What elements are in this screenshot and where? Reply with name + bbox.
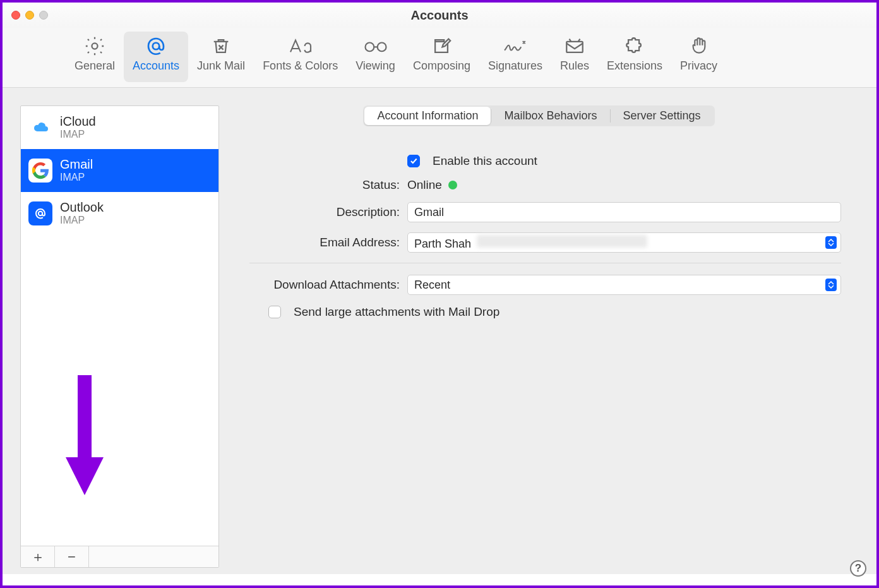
download-attachments-label: Download Attachments: [249,278,407,292]
hand-icon [689,34,709,58]
segment-mailbox-behaviors[interactable]: Mailbox Behaviors [491,107,609,125]
sidebar-footer: ＋ − [21,546,218,567]
title-bar: Accounts [3,3,876,28]
trash-icon [210,34,232,58]
tab-fonts-colors[interactable]: Fonts & Colors [254,32,347,82]
at-sign-icon [145,34,167,58]
account-name: Gmail [60,157,93,172]
main-content: iCloud IMAP Gmail IMAP Outlook [3,88,876,574]
window-title: Accounts [3,8,876,23]
account-protocol: IMAP [60,129,96,140]
status-online-indicator-icon [448,181,457,189]
fonts-icon [288,34,313,58]
download-attachments-dropdown[interactable]: Recent [407,275,841,295]
updown-chevron-icon [825,279,837,291]
account-item-icloud[interactable]: iCloud IMAP [21,106,218,149]
puzzle-icon [624,34,645,58]
account-item-outlook[interactable]: Outlook IMAP [21,192,218,235]
svg-point-2 [365,43,374,52]
updown-chevron-icon [825,236,837,249]
enable-account-checkbox[interactable] [407,155,420,167]
tab-signatures[interactable]: Signatures [479,32,551,82]
svg-rect-4 [566,42,583,52]
account-name: iCloud [60,114,96,129]
compose-icon [431,34,452,58]
tab-privacy[interactable]: Privacy [671,32,726,82]
svg-point-3 [377,43,386,52]
tab-viewing[interactable]: Viewing [347,32,404,82]
status-label: Status: [249,178,407,192]
account-protocol: IMAP [60,215,104,226]
account-detail-pane: Account Information Mailbox Behaviors Se… [219,105,859,568]
svg-point-1 [153,43,160,50]
remove-account-button[interactable]: − [55,546,89,567]
tab-general[interactable]: General [66,32,124,82]
account-item-gmail[interactable]: Gmail IMAP [21,149,218,192]
tab-extensions[interactable]: Extensions [598,32,671,82]
mail-drop-label: Send large attachments with Mail Drop [294,305,499,319]
glasses-icon [362,34,390,58]
svg-point-0 [92,43,97,49]
email-address-label: Email Address: [249,236,407,249]
account-form: Enable this account Status: Online Descr… [249,154,841,319]
preferences-toolbar: General Accounts Junk Mail Fonts & Color… [3,28,876,88]
tab-composing[interactable]: Composing [404,32,479,82]
help-button[interactable]: ? [850,560,866,577]
tab-accounts[interactable]: Accounts [124,32,188,82]
gmail-icon [28,159,52,183]
signature-icon [502,34,529,58]
email-redacted [477,235,647,248]
accounts-sidebar: iCloud IMAP Gmail IMAP Outlook [20,105,219,568]
account-protocol: IMAP [60,172,93,183]
account-name: Outlook [60,200,104,215]
segment-server-settings[interactable]: Server Settings [611,107,714,125]
icloud-icon [28,116,52,140]
form-divider [249,263,841,263]
outlook-icon [28,201,52,225]
envelope-icon [563,34,586,58]
mail-drop-checkbox[interactable] [268,306,281,318]
segment-account-information[interactable]: Account Information [364,107,491,125]
detail-tabs: Account Information Mailbox Behaviors Se… [363,105,714,126]
add-account-button[interactable]: ＋ [21,546,55,567]
tab-junk-mail[interactable]: Junk Mail [188,32,254,82]
enable-account-label: Enable this account [433,154,537,168]
gear-icon [84,34,105,58]
description-field[interactable]: Gmail [407,202,841,222]
description-label: Description: [249,205,407,219]
tab-rules[interactable]: Rules [551,32,598,82]
accounts-list: iCloud IMAP Gmail IMAP Outlook [21,106,218,546]
email-address-dropdown[interactable]: Parth Shah [407,232,841,253]
status-value: Online [407,178,442,192]
